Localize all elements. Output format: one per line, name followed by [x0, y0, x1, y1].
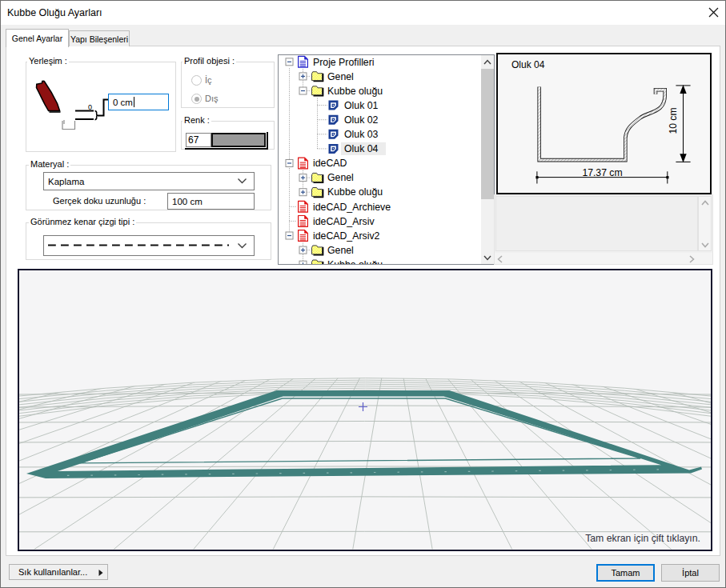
svg-text:0: 0 [88, 103, 92, 111]
svg-text:Tam ekran için çift tıklayın.: Tam ekran için çift tıklayın. [585, 533, 700, 544]
svg-text:Genel: Genel [327, 71, 354, 82]
svg-text:Kubbe oluğu: Kubbe oluğu [327, 186, 383, 198]
svg-text:17.37 cm: 17.37 cm [582, 167, 622, 178]
svg-text:Oluk 04: Oluk 04 [344, 143, 379, 154]
svg-text:ideCAD: ideCAD [313, 158, 347, 169]
svg-text:Kubbe oluğu: Kubbe oluğu [327, 259, 383, 264]
svg-text:Genel: Genel [327, 172, 354, 183]
svg-text:ideCAD_Arsiv2: ideCAD_Arsiv2 [313, 230, 380, 242]
svg-text:ideCAD_Archieve: ideCAD_Archieve [313, 202, 391, 213]
svg-text:Proje Profilleri: Proje Profilleri [313, 57, 375, 68]
svg-text:Oluk 03: Oluk 03 [344, 129, 379, 140]
svg-text:Genel: Genel [327, 245, 354, 256]
svg-text:Oluk 02: Oluk 02 [344, 114, 379, 126]
svg-text:Oluk 01: Oluk 01 [344, 100, 379, 111]
svg-text:10 cm: 10 cm [668, 107, 679, 134]
svg-text:Kubbe oluğu: Kubbe oluğu [327, 86, 383, 97]
svg-text:ideCAD_Arsiv: ideCAD_Arsiv [313, 216, 375, 227]
